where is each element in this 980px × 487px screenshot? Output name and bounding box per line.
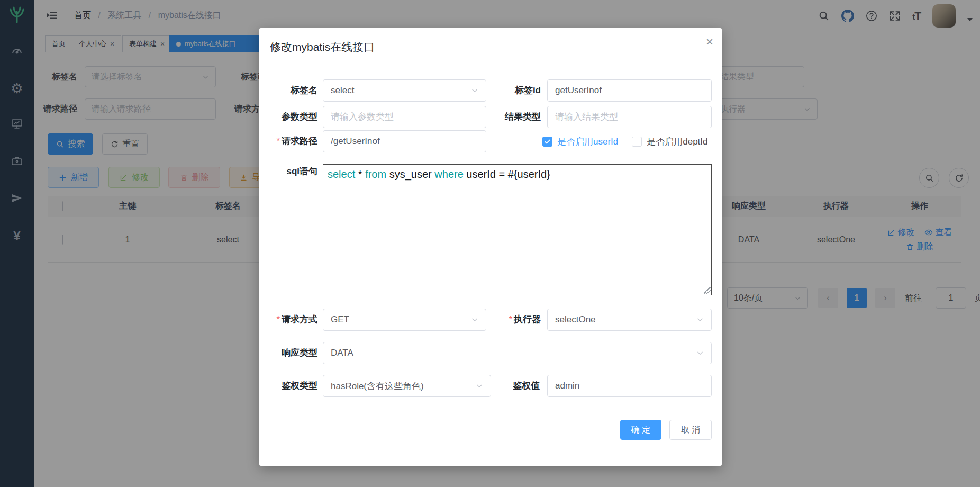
field-requestpath-input[interactable] <box>323 130 486 152</box>
field-requestpath-label: *请求路径 <box>259 130 317 152</box>
field-method-label: *请求方式 <box>259 309 317 331</box>
checkbox-group: 是否启用userId 是否启用deptId <box>542 130 708 152</box>
checkbox-unchecked-icon <box>632 137 642 147</box>
dialog-close-icon[interactable]: × <box>706 35 713 48</box>
field-executor-label: *执行器 <box>460 309 541 331</box>
field-authvalue-input[interactable] <box>547 375 712 397</box>
enable-deptid-checkbox[interactable]: 是否启用deptId <box>632 136 707 148</box>
field-authvalue-label: 鉴权值 <box>482 375 540 397</box>
field-responsetype-select[interactable]: DATA <box>323 342 712 364</box>
dialog-title: 修改mybatis在线接口 <box>270 40 375 55</box>
edit-dialog: 修改mybatis在线接口 × 标签名 select 标签id 参数类型 结果类… <box>259 28 722 466</box>
field-sql-label: sql语句 <box>259 160 317 183</box>
confirm-button[interactable]: 确 定 <box>620 420 661 440</box>
resize-grip-icon[interactable] <box>704 287 711 294</box>
field-paramtype-label: 参数类型 <box>259 106 317 128</box>
checkbox-checked-icon <box>542 137 552 147</box>
enable-userid-checkbox[interactable]: 是否启用userId <box>542 136 618 148</box>
chevron-down-icon <box>696 349 704 357</box>
app-root: ⚙ ¥ 首页 / <box>0 0 980 487</box>
field-tagname-label: 标签名 <box>259 79 317 102</box>
field-executor-select[interactable]: selectOne <box>547 309 712 331</box>
field-tagid-input[interactable] <box>547 79 712 102</box>
field-tagid-label: 标签id <box>460 79 541 102</box>
field-resulttype-input[interactable] <box>547 106 712 128</box>
chevron-down-icon <box>696 316 704 323</box>
field-authtype-select[interactable]: hasRole(含有这些角色) <box>323 375 491 397</box>
field-authtype-label: 鉴权类型 <box>259 375 317 397</box>
field-resulttype-label: 结果类型 <box>460 106 541 128</box>
sql-editor[interactable]: select * from sys_user where userId = #{… <box>323 164 712 295</box>
cancel-button[interactable]: 取 消 <box>669 420 712 440</box>
field-responsetype-label: 响应类型 <box>259 342 317 364</box>
